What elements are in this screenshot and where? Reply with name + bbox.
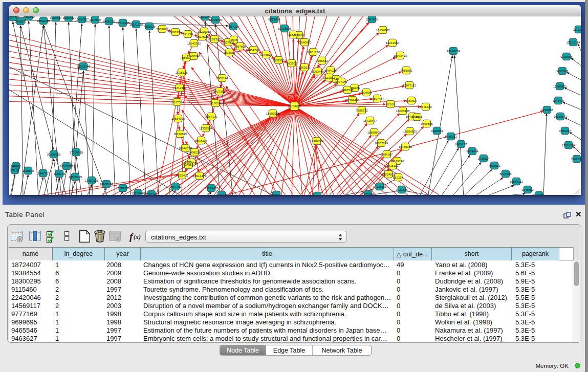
svg-text:19218506: 19218506 [278,27,292,30]
svg-text:1244419: 1244419 [552,99,564,102]
svg-text:2069140: 2069140 [23,16,35,18]
svg-text:12942757: 12942757 [36,172,50,175]
svg-text:39158: 39158 [11,169,19,172]
svg-text:10688609: 10688609 [367,131,381,134]
svg-text:9463627: 9463627 [405,99,418,102]
svg-text:15640910: 15640910 [298,41,312,44]
svg-text:9884067: 9884067 [381,153,393,156]
svg-text:15716485: 15716485 [205,187,219,190]
svg-text:2867608: 2867608 [234,45,246,48]
svg-text:10654112: 10654112 [510,180,524,183]
svg-text:3875685: 3875685 [223,51,235,54]
svg-text:16648784: 16648784 [447,50,461,53]
svg-text:10807487: 10807487 [371,97,384,100]
svg-text:9474444: 9474444 [466,150,478,153]
svg-text:2546: 2546 [230,38,237,41]
svg-text:140994: 140994 [183,164,194,167]
svg-text:18807249: 18807249 [375,142,388,145]
svg-text:8878334: 8878334 [195,139,207,142]
svg-text:1640954: 1640954 [431,129,443,133]
svg-text:6497508: 6497508 [341,89,354,92]
svg-text:19756928: 19756928 [399,145,412,148]
svg-text:16210643: 16210643 [554,115,568,118]
svg-text:16671355: 16671355 [129,23,143,26]
svg-text:19384554: 19384554 [310,140,324,143]
svg-text:2087682: 2087682 [366,18,378,21]
svg-text:19166825: 19166825 [173,133,187,136]
svg-text:f: f [129,231,134,242]
svg-text:8427552: 8427552 [213,90,226,93]
svg-text:1117304: 1117304 [573,28,581,31]
svg-text:17957225: 17957225 [85,179,99,182]
svg-text:1292344: 1292344 [215,193,228,195]
svg-text:9245651: 9245651 [533,194,545,195]
svg-text:(x): (x) [134,233,141,240]
svg-text:1145194: 1145194 [54,172,66,176]
svg-text:6794028: 6794028 [324,69,337,72]
svg-text:10107554: 10107554 [170,101,184,104]
svg-text:8267130: 8267130 [205,115,217,118]
svg-text:1588520: 1588520 [272,59,285,62]
svg-text:16543382: 16543382 [187,42,201,45]
svg-text:12213383: 12213383 [173,86,187,90]
svg-text:1292345: 1292345 [145,193,158,195]
svg-text:20364436: 20364436 [346,99,360,102]
svg-text:3624554: 3624554 [360,91,373,94]
svg-text:15751074: 15751074 [567,41,580,44]
svg-text:20053346: 20053346 [77,65,91,68]
svg-text:8186328: 8186328 [208,38,221,41]
svg-text:385081: 385081 [11,165,21,168]
svg-text:8990448: 8990448 [312,70,324,73]
svg-text:8471626: 8471626 [499,172,512,176]
svg-text:16914479: 16914479 [193,174,207,178]
svg-text:1733426: 1733426 [396,188,408,191]
svg-text:17016504: 17016504 [562,144,576,147]
svg-text:8813054: 8813054 [268,18,280,21]
svg-text:10958107: 10958107 [100,183,114,186]
svg-text:9227342: 9227342 [556,70,569,73]
svg-text:12093822: 12093822 [553,85,567,88]
svg-text:8938913: 8938913 [445,135,457,138]
svg-text:1167533: 1167533 [571,158,581,161]
svg-text:7857224: 7857224 [227,25,239,28]
svg-text:9777169: 9777169 [335,80,347,83]
svg-text:1498222: 1498222 [188,151,201,154]
svg-text:19055721: 19055721 [9,16,20,19]
svg-text:6466160: 6466160 [103,20,115,23]
svg-text:16154808: 16154808 [376,29,390,32]
svg-text:2935114: 2935114 [478,157,490,160]
svg-text:1615112: 1615112 [387,164,399,167]
svg-text:3215958: 3215958 [541,108,553,112]
svg-text:7625402: 7625402 [176,174,188,177]
svg-text:16961758: 16961758 [307,51,320,54]
svg-text:10655287: 10655287 [75,18,89,21]
svg-text:1405571: 1405571 [14,20,27,23]
svg-text:1065532: 1065532 [62,16,75,19]
svg-text:62160: 62160 [386,103,395,106]
svg-text:11353594: 11353594 [199,127,213,130]
svg-text:1156829: 1156829 [23,169,35,172]
svg-text:164944: 164944 [412,116,423,119]
svg-text:19654925: 19654925 [171,117,185,120]
svg-text:1063527: 1063527 [50,16,62,19]
svg-text:9129966: 9129966 [560,55,573,58]
svg-text:16120746: 16120746 [390,160,404,163]
svg-text:10719155: 10719155 [116,21,130,25]
svg-text:16033809: 16033809 [209,18,223,21]
svg-text:7485063: 7485063 [400,69,412,72]
svg-text:14136141: 14136141 [373,185,387,188]
svg-text:10046798: 10046798 [179,147,192,150]
svg-text:1573342: 1573342 [362,193,374,195]
svg-text:917004: 917004 [210,102,221,105]
svg-text:1527602: 1527602 [89,18,101,21]
svg-text:19654923: 19654923 [403,130,417,133]
svg-text:2718126: 2718126 [176,71,188,74]
svg-text:118254: 118254 [288,33,298,36]
svg-text:7955812: 7955812 [316,59,328,62]
svg-text:8454749: 8454749 [247,49,259,52]
svg-text:10025438: 10025438 [396,110,410,113]
svg-text:18300295: 18300295 [266,112,280,115]
svg-text:12213967: 12213967 [386,41,400,45]
svg-text:6479197: 6479197 [455,143,467,146]
svg-text:252254: 252254 [393,176,404,179]
